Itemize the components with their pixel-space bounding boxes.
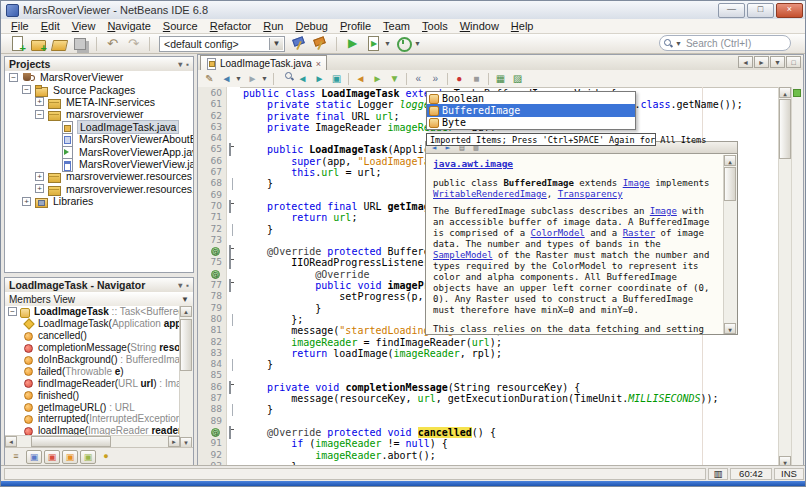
- menu-item-run[interactable]: Run: [257, 20, 289, 32]
- scroll-left-icon[interactable]: ◄: [5, 436, 17, 447]
- scroll-up-icon[interactable]: ▲: [180, 306, 192, 317]
- javadoc-link-raster[interactable]: Raster: [623, 228, 656, 238]
- show-inherited-button[interactable]: ▣: [26, 450, 42, 464]
- scrollbar-thumb[interactable]: [724, 167, 736, 201]
- collapse-icon[interactable]: −: [35, 110, 44, 119]
- navigator-member[interactable]: failed(Throwable e): [5, 365, 180, 377]
- collapse-icon[interactable]: −: [22, 85, 31, 94]
- scroll-up-icon[interactable]: ▲: [779, 87, 791, 98]
- minimize-window-icon[interactable]: ▪: [186, 60, 189, 69]
- code-line[interactable]: 92 imageReader.abort();: [198, 450, 779, 461]
- collapse-icon[interactable]: −: [9, 73, 18, 82]
- search-dropdown-icon[interactable]: ▼: [675, 40, 682, 47]
- menu-item-help[interactable]: Help: [505, 20, 540, 32]
- filter-key-button[interactable]: ●: [98, 450, 114, 464]
- tab-list-dropdown-button[interactable]: ▼: [770, 56, 785, 68]
- tree-item-marsroverviewer-resources-busyicons[interactable]: +marsroverviewer.resources.busyicons: [5, 183, 193, 195]
- fold-collapse-icon[interactable]: [228, 382, 239, 393]
- stop-macro-button[interactable]: ■: [469, 72, 484, 86]
- show-non-public-button[interactable]: ▣: [80, 450, 96, 464]
- new-project-button[interactable]: [29, 35, 48, 52]
- javadoc-link-image[interactable]: Image: [650, 206, 677, 216]
- code-line[interactable]: 91 if (imageReader != null) {: [198, 438, 779, 449]
- menu-item-file[interactable]: File: [5, 20, 35, 32]
- tree-item-marsroverviewerapp-java[interactable]: MarsRoverViewerApp.java: [5, 145, 193, 157]
- scroll-down-icon[interactable]: ▼: [724, 323, 736, 334]
- fold-collapse-icon[interactable]: [228, 427, 239, 438]
- scrollbar-thumb[interactable]: [180, 319, 192, 371]
- expand-icon[interactable]: +: [22, 197, 31, 206]
- expand-icon[interactable]: +: [35, 184, 44, 193]
- toggle-highlight-button[interactable]: ▣: [329, 72, 344, 86]
- completion-item-byte[interactable]: Byte: [427, 117, 635, 129]
- navigator-member[interactable]: −LoadImageTask :: Task<BufferedImage, Vo…: [5, 306, 180, 318]
- scroll-up-icon[interactable]: ▲: [724, 155, 736, 166]
- tree-item-marsroverviewer[interactable]: −marsroverviewer: [5, 108, 193, 120]
- javadoc-link-writablerenderedimage[interactable]: WritableRenderedImage: [433, 189, 547, 199]
- menu-item-source[interactable]: Source: [157, 20, 204, 32]
- javadoc-scrollbar[interactable]: ▲ ▼: [723, 155, 737, 334]
- new-file-button[interactable]: [8, 35, 27, 52]
- projects-header[interactable]: Projects ▾ ▪: [5, 57, 193, 72]
- menu-item-team[interactable]: Team: [377, 20, 416, 32]
- menu-item-edit[interactable]: Edit: [35, 20, 66, 32]
- menu-item-profile[interactable]: Profile: [334, 20, 377, 32]
- debug-button[interactable]: ▶: [364, 35, 383, 52]
- code-area[interactable]: 60public class LoadImageTask extends Tas…: [198, 87, 803, 467]
- navigator-member[interactable]: completionMessage(String resourceKey): [5, 342, 180, 354]
- scroll-tabs-right-button[interactable]: ►: [754, 56, 769, 68]
- find-previous-button[interactable]: ◄: [295, 72, 310, 86]
- navigator-member[interactable]: cancelled(): [5, 330, 180, 342]
- horizontal-splitter[interactable]: [4, 273, 194, 277]
- navigator-member[interactable]: interrupted(InterruptedException e): [5, 413, 180, 425]
- scrollbar-thumb[interactable]: [31, 436, 111, 447]
- show-fields-button[interactable]: ▣: [44, 450, 60, 464]
- float-window-icon[interactable]: ▾: [178, 60, 182, 69]
- shift-right-button[interactable]: »: [428, 72, 443, 86]
- save-all-button[interactable]: [71, 35, 90, 52]
- completion-item-bufferedimage[interactable]: BufferedImage: [427, 104, 635, 116]
- tree-item-loadimagetask-java[interactable]: LoadImageTask.java: [5, 121, 193, 133]
- debug-dropdown-icon[interactable]: ▼: [384, 40, 391, 47]
- fold-collapse-icon[interactable]: [228, 257, 239, 268]
- code-line[interactable]: @ @Override protected void cancelled() {: [198, 427, 779, 438]
- float-window-icon[interactable]: ▾: [178, 281, 182, 290]
- code-line[interactable]: 88 }: [198, 404, 779, 415]
- javadoc-package-link[interactable]: java.awt.image: [433, 158, 513, 169]
- fold-collapse-icon[interactable]: [228, 280, 239, 291]
- next-bookmark-button[interactable]: ►: [370, 72, 385, 86]
- find-selection-button[interactable]: [278, 72, 293, 86]
- sort-members-button[interactable]: ≡: [8, 450, 24, 464]
- completion-item-boolean[interactable]: Boolean: [427, 92, 635, 104]
- forward-dropdown-icon[interactable]: ▼: [261, 75, 268, 82]
- maximize-button[interactable]: □: [747, 3, 774, 18]
- search-input[interactable]: [684, 37, 788, 50]
- redo-button[interactable]: ↷: [124, 35, 143, 52]
- maximize-editor-button[interactable]: □: [786, 56, 801, 68]
- code-line[interactable]: 86 private void completionMessage(String…: [198, 382, 779, 393]
- last-edited-button[interactable]: ✎: [202, 72, 217, 86]
- menu-item-debug[interactable]: Debug: [289, 20, 333, 32]
- code-line[interactable]: 83 return loadImage(imageReader, rpl);: [198, 348, 779, 359]
- tree-item-meta-inf-services[interactable]: +META-INF.services: [5, 96, 193, 108]
- navigator-header[interactable]: LoadImageTask - Navigator ▾ ▪: [5, 278, 193, 293]
- tree-item-marsroverviewerview-java[interactable]: MarsRoverViewerView.java: [5, 158, 193, 170]
- code-line[interactable]: 82 imageReader = findImageReader(url);: [198, 337, 779, 348]
- scroll-tabs-left-button[interactable]: ◄: [738, 56, 753, 68]
- scroll-right-icon[interactable]: ►: [168, 436, 180, 447]
- previous-bookmark-button[interactable]: ◄: [353, 72, 368, 86]
- navigator-member[interactable]: finished(): [5, 389, 180, 401]
- tab-loadimagetask[interactable]: LoadImageTask.java ×: [200, 55, 327, 71]
- navigator-member[interactable]: getImageURL() : URL: [5, 401, 180, 413]
- title-bar[interactable]: MarsRoverViewer - NetBeans IDE 6.8 — □ ×: [1, 1, 806, 20]
- tree-item-source-packages[interactable]: −Source Packages: [5, 83, 193, 95]
- menu-item-refactor[interactable]: Refactor: [204, 20, 258, 32]
- code-line[interactable]: 87 message(resourceKey, url, getExecutio…: [198, 393, 779, 404]
- config-select[interactable]: <default config> ▼: [159, 36, 285, 52]
- show-static-button[interactable]: ▣: [62, 450, 78, 464]
- toggle-bookmark-button[interactable]: ▼: [387, 72, 402, 86]
- tree-item-marsroverviewer-resources[interactable]: +marsroverviewer.resources: [5, 170, 193, 182]
- collapse-icon[interactable]: −: [8, 307, 17, 316]
- error-stripe[interactable]: [791, 87, 803, 467]
- navigator-member[interactable]: LoadImageTask(Application app, URL url): [5, 318, 180, 330]
